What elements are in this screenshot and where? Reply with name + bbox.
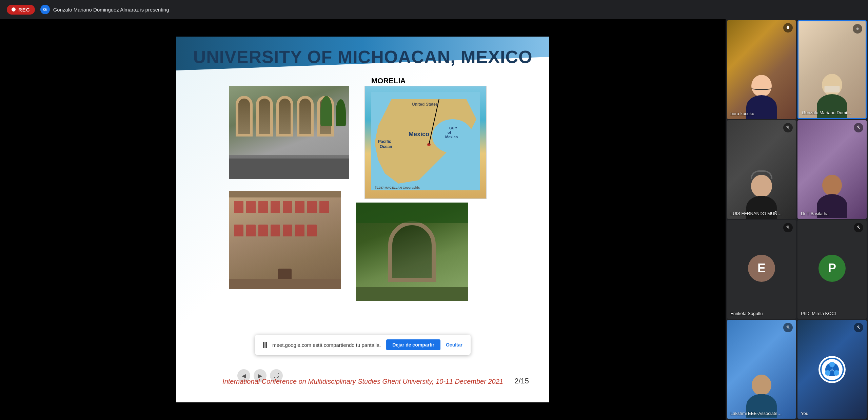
- participant-tile-bora[interactable]: bora kucuku: [727, 20, 796, 119]
- enriketa-avatar: E: [748, 255, 775, 282]
- photo-arch: [356, 203, 468, 301]
- lakshmi-name: Lakshmi EEE-Associate Pro...: [730, 411, 783, 416]
- svg-text:Gulf: Gulf: [449, 126, 457, 130]
- rec-dot: [12, 7, 16, 12]
- bora-mute-icon: [783, 23, 793, 33]
- svg-text:Ocean: Ocean: [380, 144, 392, 149]
- stop-share-button[interactable]: Dejar de compartir: [386, 339, 440, 350]
- participant-tile-you[interactable]: You: [797, 320, 867, 419]
- presenter-avatar: G: [40, 5, 50, 14]
- slide-container: UNIVERSITY OF MICHOACAN, MEXICO MORELIA: [176, 37, 549, 402]
- gonzalo-name: Gonzalo Mariano Domingu...: [802, 110, 852, 115]
- top-bar: REC G Gonzalo Mariano Dominguez Almaraz …: [0, 0, 868, 19]
- you-logo: [818, 356, 846, 383]
- svg-text:Pacific: Pacific: [378, 139, 391, 144]
- luis-mute-icon: [783, 123, 793, 132]
- slide-page: 2/15: [514, 377, 529, 385]
- photo-aqueduct: [229, 86, 349, 179]
- luis-name: LUIS FERNANDO MUÑOZ ...: [730, 211, 783, 216]
- mirela-mute-icon: [854, 223, 863, 232]
- participant-tile-mirela[interactable]: P PhD. Mirela KOCI: [797, 220, 867, 319]
- rec-button[interactable]: REC: [7, 5, 35, 15]
- lakshmi-mute-icon: [783, 323, 793, 332]
- main-area: UNIVERSITY OF MICHOACAN, MEXICO MORELIA: [0, 19, 868, 420]
- svg-text:©1987 MAGELLAN Geographix: ©1987 MAGELLAN Geographix: [375, 186, 420, 189]
- svg-text:of: of: [448, 130, 451, 134]
- participant-tile-sasilatha[interactable]: Dr T Sasilatha: [797, 120, 867, 219]
- slide-title: UNIVERSITY OF MICHOACAN, MEXICO: [176, 47, 549, 67]
- morelia-label: MORELIA: [371, 77, 406, 85]
- sasilatha-mute-icon: [854, 123, 863, 132]
- svg-point-20: [829, 362, 835, 367]
- you-mute-icon: [854, 323, 863, 332]
- share-text: meet.google.com está compartiendo tu pan…: [272, 342, 381, 348]
- mirela-name: PhD. Mirela KOCI: [801, 311, 836, 316]
- presenter-info: G Gonzalo Mariano Dominguez Almaraz is p…: [40, 5, 169, 14]
- mirela-avatar: P: [818, 255, 846, 282]
- sasilatha-name: Dr T Sasilatha: [801, 211, 829, 216]
- photo-building: [229, 191, 341, 289]
- slide-background: UNIVERSITY OF MICHOACAN, MEXICO MORELIA: [176, 37, 549, 402]
- presentation-area: UNIVERSITY OF MICHOACAN, MEXICO MORELIA: [0, 19, 726, 420]
- svg-text:Mexico: Mexico: [445, 135, 458, 139]
- slide-footer: International Conference on Multidiscipl…: [176, 378, 549, 385]
- bora-name: bora kucuku: [730, 111, 754, 116]
- enriketa-name: Enriketa Sogutlu: [730, 311, 763, 316]
- hide-button[interactable]: Ocultar: [446, 342, 462, 348]
- enriketa-mute-icon: [783, 223, 793, 232]
- photo-map: Pacific Ocean Gulf of Mexico Mexico: [364, 86, 487, 199]
- participant-tile-gonzalo[interactable]: Gonzalo Mariano Domingu...: [797, 20, 867, 119]
- you-name: You: [801, 411, 808, 416]
- presenter-status: Gonzalo Mariano Dominguez Almaraz is pre…: [53, 7, 169, 13]
- share-bar: meet.google.com está compartiendo tu pan…: [255, 335, 471, 355]
- svg-point-22: [834, 370, 839, 376]
- svg-text:Mexico: Mexico: [409, 131, 429, 138]
- participant-tile-lakshmi[interactable]: Lakshmi EEE-Associate Pro...: [727, 320, 796, 419]
- pause-indicator: [263, 342, 267, 348]
- gonzalo-sound-icon: [853, 24, 862, 34]
- participant-tile-enriketa[interactable]: E Enriketa Sogutlu: [727, 220, 796, 319]
- participants-sidebar: bora kucuku Gonzalo Mariano Domingu...: [726, 19, 868, 420]
- participant-tile-luis[interactable]: LUIS FERNANDO MUÑOZ ...: [727, 120, 796, 219]
- svg-point-21: [825, 370, 830, 376]
- rec-label: REC: [18, 7, 30, 13]
- svg-text:United States: United States: [412, 102, 438, 107]
